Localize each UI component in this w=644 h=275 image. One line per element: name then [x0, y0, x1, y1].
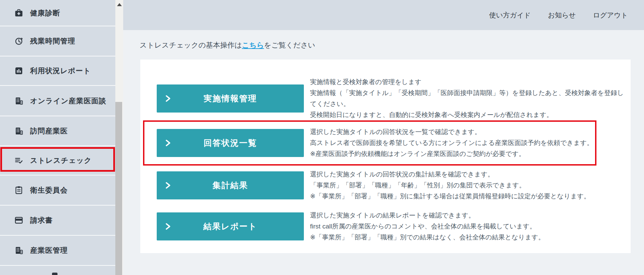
sidebar-item-invoice[interactable]: 請求書	[0, 206, 115, 235]
invoice-icon	[14, 216, 23, 225]
partial-icon	[52, 273, 57, 275]
shukei-kekka-button[interactable]: 集計結果	[157, 171, 304, 199]
chevron-right-icon	[166, 140, 170, 146]
description-line: てください。	[310, 99, 624, 109]
top-header: 使い方ガイド お知らせ ログアウト	[123, 0, 644, 30]
description-line: 実施情報（「実施タイトル」「受検期間」「医師面接申請期限」等）を登録したあと、受…	[310, 88, 624, 99]
sidebar: 健康診断 残業時間管理 利用状況レポート	[0, 0, 115, 275]
sidebar-item-label: 衛生委員会	[30, 185, 68, 195]
menu-row-jisshi-joho: 実施情報管理 実施情報と受検対象者の管理をします 実施情報（「実施タイトル」「受…	[157, 77, 631, 120]
sidebar-scrollbar[interactable]	[115, 0, 123, 275]
button-label: 実施情報管理	[204, 93, 257, 104]
scrollbar-thumb[interactable]	[115, 102, 122, 275]
description-line: 高ストレス者で医師面接を希望している方にオンラインによる産業医面談予約を依頼でき…	[310, 138, 593, 148]
button-label: 結果レポート	[203, 221, 257, 232]
button-label: 集計結果	[212, 180, 248, 191]
menu-row-description: 選択した実施タイトルの回答状況の集計結果を確認できます。 「事業所」「部署」「職…	[310, 169, 590, 202]
highlight-frame: 回答状況一覧 選択した実施タイトルの回答状況を一覧で確認できます。 高ストレス者…	[143, 120, 596, 166]
sidebar-item-sangyoi-kanri[interactable]: 産業医管理	[0, 236, 115, 265]
sidebar-item-label: 健康診断	[30, 8, 60, 18]
header-link-usage-guide[interactable]: 使い方ガイド	[489, 11, 531, 20]
intro-text: ストレスチェックの基本操作はこちらをご覧ください	[140, 40, 644, 50]
building-icon	[14, 127, 23, 135]
kaito-jokyo-ichiran-button[interactable]: 回答状況一覧	[157, 129, 304, 157]
description-line: 選択した実施タイトルの回答状況の集計結果を確認できます。	[310, 169, 590, 180]
sidebar-item-partial[interactable]	[0, 266, 115, 275]
sidebar-item-online-sangyoi[interactable]: オンライン産業医面談	[0, 86, 115, 116]
sidebar-item-label: 請求書	[30, 215, 53, 225]
sidebar-item-label: オンライン産業医面談	[30, 96, 106, 106]
sidebar-item-label: 利用状況レポート	[30, 66, 91, 76]
description-line: 「事業所」「部署」「職種」「年齢」「性別」別の集団で表示できます。	[310, 180, 590, 191]
sidebar-item-label: 残業時間管理	[30, 36, 75, 46]
chevron-right-icon	[166, 223, 170, 230]
description-line: ※産業医面談予約依頼機能はオンライン産業医面談のご契約が必要です。	[310, 148, 593, 159]
sidebar-item-homon-sangyoi[interactable]: 訪問産業医	[0, 116, 115, 145]
sidebar-item-label: 訪問産業医	[30, 126, 68, 136]
menu-row-description: 選択した実施タイトルの結果レポートを確認できます。 first call所属の産…	[310, 210, 545, 243]
main-area: 使い方ガイド お知らせ ログアウト ストレスチェックの基本操作はこちらをご覧くだ…	[123, 0, 644, 275]
description-line: 受検開始日になりますと、自動的に受検対象者へ受検案内メールが配信されます。	[310, 109, 624, 120]
menu-row-description: 選択した実施タイトルの回答状況を一覧で確認できます。 高ストレス者で医師面接を希…	[310, 127, 593, 159]
sidebar-item-label: ストレスチェック	[30, 156, 92, 165]
chevron-right-icon	[166, 95, 170, 102]
button-label: 回答状況一覧	[204, 138, 257, 148]
header-link-news[interactable]: お知らせ	[548, 11, 576, 20]
menu-row-shukei-kekka: 集計結果 選択した実施タイトルの回答状況の集計結果を確認できます。 「事業所」「…	[157, 169, 631, 202]
sidebar-item-eisei-iinkai[interactable]: 衛生委員会	[0, 175, 115, 205]
description-line: 選択した実施タイトルの結果レポートを確認できます。	[310, 210, 545, 221]
intro-prefix: ストレスチェックの基本操作は	[140, 41, 242, 49]
description-line: first call所属の産業医からのコメントや、会社全体の結果を掲載しています…	[310, 221, 545, 232]
building-icon	[14, 246, 23, 255]
sidebar-item-stress-check[interactable]: ストレスチェック	[0, 146, 115, 175]
description-line: ※「事業所」「部署」「職種」別での結果はなく、会社全体の結果となります。	[310, 232, 545, 243]
scroll-up-arrow-icon[interactable]	[117, 3, 122, 6]
sidebar-item-usage-report[interactable]: 利用状況レポート	[0, 56, 115, 85]
menu-row-description: 実施情報と受検対象者の管理をします 実施情報（「実施タイトル」「受検期間」「医師…	[310, 77, 624, 120]
kekka-report-button[interactable]: 結果レポート	[157, 212, 304, 240]
menu-row-kekka-report: 結果レポート 選択した実施タイトルの結果レポートを確認できます。 first c…	[157, 210, 631, 243]
kochira-link[interactable]: こちら	[242, 41, 264, 49]
sidebar-item-overtime[interactable]: 残業時間管理	[0, 26, 115, 56]
header-link-logout[interactable]: ログアウト	[593, 11, 628, 20]
chevron-right-icon	[166, 182, 170, 189]
sidebar-item-health-checkup[interactable]: 健康診断	[0, 0, 115, 26]
bar-chart-icon	[14, 66, 23, 75]
app-window: 健康診断 残業時間管理 利用状況レポート	[0, 0, 644, 275]
description-line: ※「事業所」「部署」「職種」別に集計する場合は従業員情報登録時に設定が必要となり…	[310, 191, 590, 202]
intro-suffix: をご覧ください	[264, 41, 315, 49]
sidebar-item-label: 産業医管理	[30, 246, 68, 255]
menu-card: 実施情報管理 実施情報と受検対象者の管理をします 実施情報（「実施タイトル」「受…	[140, 60, 631, 253]
menu-row-kaito-jokyo: 回答状況一覧 選択した実施タイトルの回答状況を一覧で確認できます。 高ストレス者…	[157, 127, 595, 159]
building-icon	[14, 96, 23, 105]
description-line: 実施情報と受検対象者の管理をします	[310, 77, 624, 88]
description-line: 選択した実施タイトルの回答状況を一覧で確認できます。	[310, 127, 593, 138]
jisshi-joho-kanri-button[interactable]: 実施情報管理	[157, 84, 304, 113]
clock-history-icon	[14, 37, 23, 45]
clipboard-icon	[14, 186, 23, 195]
first-aid-kit-icon	[14, 9, 23, 17]
list-check-icon	[14, 156, 23, 165]
